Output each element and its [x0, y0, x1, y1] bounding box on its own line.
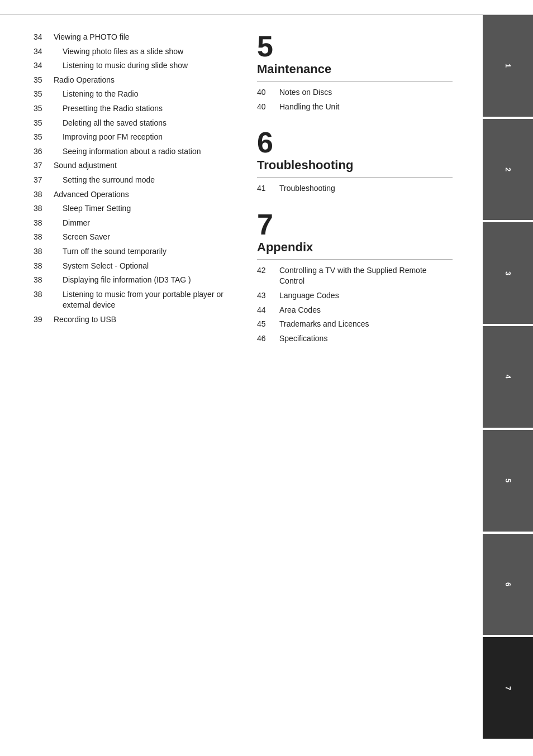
left-toc-entry-9: 37Sound adjustment [34, 160, 229, 171]
left-toc-entry-12: 38Sleep Timer Setting [34, 203, 229, 214]
side-tab-1[interactable]: 1 [483, 15, 533, 117]
right-toc-entry-1-0: 41Troubleshooting [257, 183, 453, 194]
section-block-2: 7Appendix42Controlling a TV with the Sup… [257, 210, 453, 344]
entry-text: Viewing photo files as a slide show [63, 46, 183, 58]
page-number: 39 [34, 314, 54, 326]
section-name: Maintenance [257, 62, 453, 76]
entry-text: Turn off the sound temporarily [63, 246, 166, 257]
left-toc-entry-11: 38Advanced Operations [34, 189, 229, 200]
side-tab-6[interactable]: 6 [483, 534, 533, 635]
right-toc-column: 5Maintenance40Notes on Discs40Handling t… [240, 15, 464, 376]
left-toc-entry-15: 38Turn off the sound temporarily [34, 246, 229, 257]
page-number: 43 [257, 290, 279, 302]
left-toc-entry-0: 34Viewing a PHOTO file [34, 32, 229, 43]
section-number: 6 [257, 128, 453, 157]
page-number: 37 [34, 160, 54, 171]
section-name: Troubleshooting [257, 158, 453, 173]
left-toc-entry-10: 37Setting the surround mode [34, 175, 229, 186]
page-number: 38 [34, 275, 54, 286]
entry-text: Advanced Operations [54, 189, 129, 200]
page-number: 35 [34, 118, 54, 129]
entry-text: Recording to USB [54, 314, 116, 326]
right-toc-entry-0-1: 40Handling the Unit [257, 102, 453, 113]
left-toc-entry-19: 39Recording to USB [34, 314, 229, 326]
page-number: 40 [257, 102, 279, 113]
left-toc-entry-13: 38Dimmer [34, 218, 229, 229]
left-toc-column: 34Viewing a PHOTO file34Viewing photo fi… [0, 15, 240, 376]
entry-text: Sound adjustment [54, 160, 117, 171]
page-number: 35 [34, 75, 54, 86]
entry-text: Seeing information about a radio station [63, 146, 201, 157]
page-number: 38 [34, 218, 54, 229]
page-number: 35 [34, 89, 54, 100]
left-toc-entry-14: 38Screen Saver [34, 232, 229, 243]
right-toc-entry-2-3: 45Trademarks and Licences [257, 319, 453, 330]
page-number: 46 [257, 333, 279, 344]
page-number: 38 [34, 203, 54, 214]
page-number: 45 [257, 319, 279, 330]
side-tab-7[interactable]: 7 [483, 637, 533, 739]
left-toc-entry-8: 36Seeing information about a radio stati… [34, 146, 229, 157]
page-number: 35 [34, 132, 54, 143]
section-divider [257, 177, 453, 178]
entry-text: Viewing a PHOTO file [54, 32, 130, 43]
left-toc-entry-1: 34Viewing photo files as a slide show [34, 46, 229, 58]
entry-text: Troubleshooting [279, 183, 335, 194]
side-tab-bar: 1234567 [483, 15, 533, 741]
page-number: 40 [257, 87, 279, 98]
entry-text: Presetting the Radio stations [63, 103, 163, 114]
section-number: 5 [257, 32, 453, 61]
entry-text: Notes on Discs [279, 87, 332, 98]
entry-text: Dimmer [63, 218, 90, 229]
page-number: 42 [257, 265, 279, 276]
page-number: 38 [34, 289, 54, 300]
left-toc-entry-18: 38Listening to music from your portable … [34, 289, 229, 311]
left-toc-entry-16: 38System Select - Optional [34, 261, 229, 272]
page-number: 38 [34, 189, 54, 200]
entry-text: Area Codes [279, 305, 321, 316]
entry-text: Sleep Timer Setting [63, 203, 131, 214]
entry-text: Deleting all the saved stations [63, 118, 166, 129]
entry-text: Setting the surround mode [63, 175, 155, 186]
page-number: 34 [34, 32, 54, 43]
page-number: 34 [34, 60, 54, 71]
entry-text: Handling the Unit [279, 102, 339, 113]
right-toc-entry-2-0: 42Controlling a TV with the Supplied Rem… [257, 265, 453, 287]
entry-text: Listening to the Radio [63, 89, 138, 100]
section-block-0: 5Maintenance40Notes on Discs40Handling t… [257, 32, 453, 112]
right-toc-entry-0-0: 40Notes on Discs [257, 87, 453, 98]
left-toc-entry-5: 35Presetting the Radio stations [34, 103, 229, 114]
entry-text: System Select - Optional [63, 261, 149, 272]
page-number: 38 [34, 261, 54, 272]
entry-text: Trademarks and Licences [279, 319, 369, 330]
section-name: Appendix [257, 240, 453, 255]
side-tab-2[interactable]: 2 [483, 119, 533, 221]
entry-text: Radio Operations [54, 75, 115, 86]
side-tab-4[interactable]: 4 [483, 326, 533, 428]
page-number: 38 [34, 232, 54, 243]
entry-text: Screen Saver [63, 232, 110, 243]
right-toc-entry-2-4: 46Specifications [257, 333, 453, 344]
left-toc-entry-2: 34Listening to music during slide show [34, 60, 229, 71]
left-toc-entry-17: 38Displaying file information (ID3 TAG ) [34, 275, 229, 286]
section-number: 7 [257, 210, 453, 239]
page-number: 38 [34, 246, 54, 257]
entry-text: Improving poor FM reception [63, 132, 163, 143]
page-number: 36 [34, 146, 54, 157]
entry-text: Listening to music during slide show [63, 60, 188, 71]
page-number: 34 [34, 46, 54, 58]
section-divider [257, 81, 453, 82]
left-toc-entry-3: 35Radio Operations [34, 75, 229, 86]
entry-text: Listening to music from your portable pl… [63, 289, 229, 311]
section-divider [257, 259, 453, 260]
main-content: 34Viewing a PHOTO file34Viewing photo fi… [0, 15, 533, 376]
side-tab-5[interactable]: 5 [483, 430, 533, 532]
right-toc-entry-2-1: 43Language Codes [257, 290, 453, 302]
side-tab-3[interactable]: 3 [483, 222, 533, 324]
page-number: 44 [257, 305, 279, 316]
entry-text: Language Codes [279, 290, 339, 302]
page-header [0, 0, 533, 15]
entry-text: Displaying file information (ID3 TAG ) [63, 275, 191, 286]
page-number: 37 [34, 175, 54, 186]
right-toc-entry-2-2: 44Area Codes [257, 305, 453, 316]
